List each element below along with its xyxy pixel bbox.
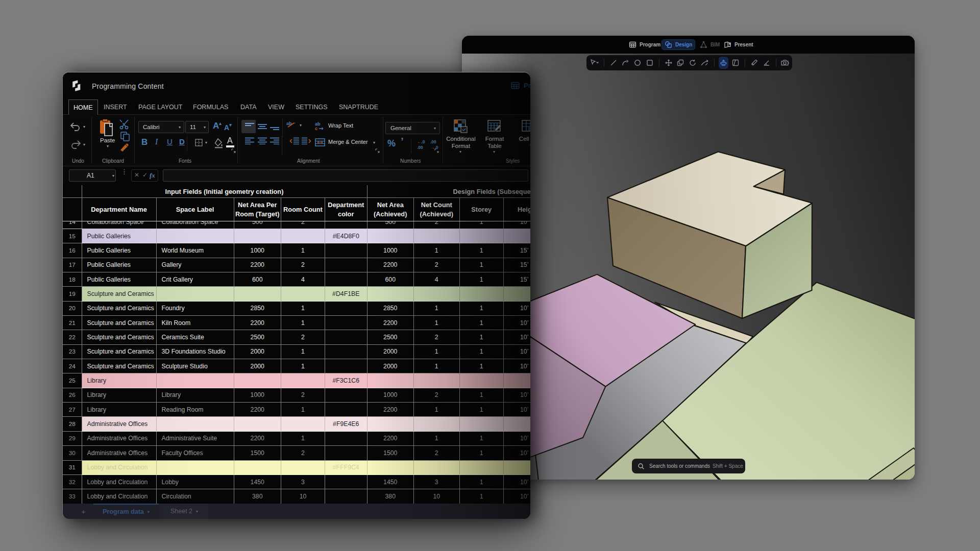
svg-text:c: c bbox=[315, 126, 317, 131]
